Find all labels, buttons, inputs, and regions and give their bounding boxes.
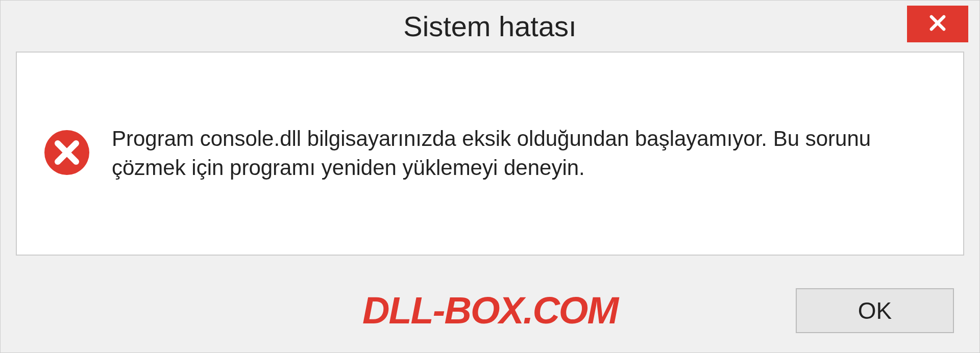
error-message: Program console.dll bilgisayarınızda eks… xyxy=(112,124,938,182)
watermark-text: DLL-BOX.COM xyxy=(362,289,618,332)
error-icon xyxy=(42,128,91,179)
error-dialog: Sistem hatası Program console.dll bilgis… xyxy=(0,0,980,353)
ok-button-label: OK xyxy=(858,297,892,324)
content-area: Program console.dll bilgisayarınızda eks… xyxy=(16,52,964,256)
close-icon xyxy=(927,12,948,36)
bottom-bar: DLL-BOX.COM OK xyxy=(1,268,979,352)
dialog-title: Sistem hatası xyxy=(403,10,576,43)
ok-button[interactable]: OK xyxy=(796,288,954,333)
title-bar: Sistem hatası xyxy=(1,1,979,52)
close-button[interactable] xyxy=(907,6,968,42)
